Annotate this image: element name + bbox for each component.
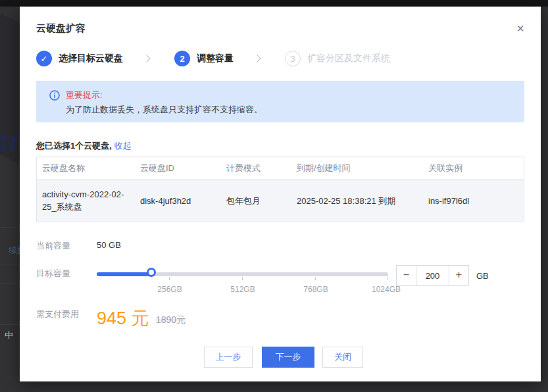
slider-handle[interactable]: [147, 268, 156, 277]
fee-label: 需支付费用: [36, 308, 79, 320]
col-header-expire-time: 到期/创建时间: [297, 162, 428, 174]
background-row-divider: [0, 283, 20, 284]
slider-tick-labels: 256GB 512GB 768GB 1024GB: [97, 285, 388, 295]
step-select-disk: ✓ 选择目标云硬盘: [36, 51, 123, 66]
alert-title: 重要提示:: [66, 89, 262, 101]
disk-expand-dialog: 云硬盘扩容 × ✓ 选择目标云硬盘 2 调整容量 3 扩容分区及文件系统 重要提…: [20, 7, 541, 381]
alert-text-block: 重要提示: 为了防止数据丢失，系统盘只支持扩容不支持缩容。: [66, 89, 262, 122]
selection-summary: 您已选择1个云硬盘, 收起: [36, 140, 131, 152]
close-icon[interactable]: ×: [513, 21, 528, 36]
browser-top-strip: [0, 0, 548, 7]
selection-text: 您已选择1个云硬盘,: [36, 141, 114, 151]
slider-filled-track: [97, 272, 153, 276]
slider-tickmark: [387, 277, 388, 280]
table-row: activity-cvm-2022-02-25_系统盘 disk-4juf3h2…: [37, 180, 524, 222]
collapse-link[interactable]: 收起: [114, 141, 131, 151]
disk-id-link[interactable]: disk-4juf3h2d: [140, 195, 226, 207]
table-header-row: 云硬盘名称 云硬盘ID 计费模式 到期/创建时间 关联实例: [37, 157, 524, 180]
step-expand-partition: 3 扩容分区及文件系统: [285, 51, 390, 66]
background-row-divider: [0, 264, 20, 264]
slider-tickmark: [169, 277, 170, 280]
capacity-input[interactable]: [416, 266, 449, 285]
dialog-title: 云硬盘扩容: [36, 22, 86, 35]
capacity-stepper: − +: [396, 265, 469, 286]
slider-tickmark: [242, 277, 243, 280]
selected-disk-table: 云硬盘名称 云硬盘ID 计费模式 到期/创建时间 关联实例 activity-c…: [36, 157, 524, 222]
current-capacity-value: 50 GB: [97, 240, 121, 250]
capacity-slider[interactable]: [97, 272, 388, 276]
background-row-divider: [0, 324, 20, 325]
background-row-divider: [0, 227, 20, 228]
background-status-text: 中: [5, 330, 13, 341]
tick-label-256: 256GB: [157, 285, 182, 294]
step-label: 调整容量: [197, 53, 234, 64]
current-capacity-label: 当前容量: [36, 240, 70, 252]
col-header-billing-mode: 计费模式: [226, 162, 297, 174]
disk-name-cell: activity-cvm-2022-02-25_系统盘: [42, 188, 140, 213]
prev-step-button[interactable]: 上一步: [204, 347, 253, 368]
instance-link[interactable]: ins-if97l6dl: [428, 195, 524, 207]
target-capacity-label: 目标容量: [36, 268, 70, 280]
step-number: 3: [285, 51, 301, 66]
tick-label-768: 768GB: [303, 285, 328, 294]
col-header-disk-id: 云硬盘ID: [140, 162, 226, 174]
fee-amount: 945 元: [97, 306, 149, 330]
tick-label-512: 512GB: [230, 285, 255, 294]
step-label: 扩容分区及文件系统: [307, 53, 390, 64]
capacity-unit-label: GB: [476, 271, 489, 281]
check-icon: ✓: [36, 51, 52, 66]
step-number: 2: [174, 51, 190, 66]
fee-original-price: 1890元: [156, 314, 186, 326]
step-adjust-capacity: 2 调整容量: [174, 51, 234, 66]
alert-body: 为了防止数据丢失，系统盘只支持扩容不支持缩容。: [66, 103, 262, 117]
slider-tickmark: [315, 277, 316, 280]
col-header-disk-name: 云硬盘名称: [42, 162, 140, 174]
step-indicator: ✓ 选择目标云硬盘 2 调整容量 3 扩容分区及文件系统: [36, 50, 390, 67]
important-notice-alert: 重要提示: 为了防止数据丢失，系统盘只支持扩容不支持缩容。: [36, 81, 524, 122]
chevron-right-icon: [143, 55, 150, 62]
billing-mode-cell: 包年包月: [226, 195, 297, 207]
minus-button[interactable]: −: [397, 266, 416, 285]
next-step-button[interactable]: 下一步: [262, 347, 314, 368]
chevron-right-icon: [253, 55, 261, 62]
col-header-instance: 关联实例: [428, 162, 524, 174]
plus-button[interactable]: +: [449, 266, 468, 285]
tick-label-1024: 1024GB: [372, 285, 401, 294]
expire-time-cell: 2025-02-25 18:38:21 到期: [297, 195, 428, 207]
step-label: 选择目标云硬盘: [59, 53, 123, 64]
info-icon: [49, 90, 60, 101]
close-button[interactable]: 关闭: [322, 347, 363, 368]
